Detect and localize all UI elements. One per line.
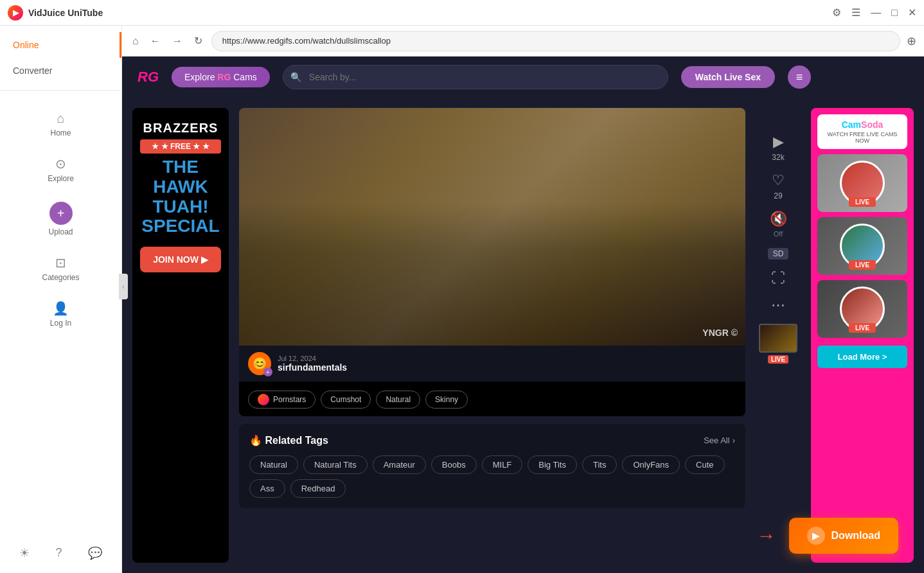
- hamburger-menu-button[interactable]: ≡: [788, 66, 811, 89]
- explore-cams-button[interactable]: Explore RG Cams: [172, 67, 270, 87]
- explore-icon: ⊙: [55, 156, 66, 172]
- window-controls[interactable]: ⚙ ☰ — □ ✕: [832, 6, 916, 19]
- website-content[interactable]: RG Explore RG Cams 🔍 Watch Live Sex ≡ BR…: [122, 57, 924, 573]
- search-input[interactable]: [283, 65, 668, 89]
- minimize-button[interactable]: —: [871, 7, 881, 19]
- sidebar-item-login[interactable]: 👤 Log In: [0, 293, 121, 335]
- thumb-preview-image: [759, 324, 797, 353]
- tag-pill-boobs[interactable]: Boobs: [431, 455, 477, 474]
- sidebar-nav: ⌂ Home ⊙ Explore + Upload ⊡ Categories 👤…: [0, 91, 121, 533]
- video-username[interactable]: sirfundamentals: [278, 362, 736, 373]
- sidebar-tab-converter[interactable]: Converter: [0, 58, 121, 84]
- titlebar: ▶ VidJuice UniTube ⚙ ☰ — □ ✕: [0, 0, 924, 26]
- tag-pill-cute[interactable]: Cute: [685, 455, 724, 474]
- app-layout: Online Converter ⌂ Home ⊙ Explore + Uplo…: [0, 26, 924, 573]
- tag-pill-onlyfans[interactable]: OnlyFans: [622, 455, 680, 474]
- sidebar-item-home[interactable]: ⌂ Home: [0, 103, 121, 145]
- brazzers-ad[interactable]: BRAZZERS ★ ★ FREE ★ ★ THE HAWK TUAH! SPE…: [140, 121, 221, 272]
- main-content: BRAZZERS ★ ★ FREE ★ ★ THE HAWK TUAH! SPE…: [122, 98, 924, 573]
- chat-icon[interactable]: 💬: [88, 546, 102, 560]
- chevron-right-icon: ›: [733, 436, 735, 445]
- sidebar-tools: ☀ ? 💬: [0, 533, 121, 573]
- extension-icon[interactable]: ⊕: [907, 34, 916, 48]
- tag-pornstars[interactable]: Pornstars: [248, 391, 315, 409]
- download-button[interactable]: ▶ Download: [789, 518, 898, 554]
- tag-pill-ass[interactable]: Ass: [249, 479, 285, 498]
- download-overlay: → ▶ Download: [789, 518, 898, 554]
- settings-icon[interactable]: ⚙: [832, 6, 841, 19]
- tag-skinny[interactable]: Skinny: [425, 391, 468, 409]
- tag-skinny-label: Skinny: [435, 395, 458, 404]
- close-button[interactable]: ✕: [908, 6, 916, 19]
- tag-natural-label: Natural: [386, 395, 411, 404]
- login-label: Log In: [50, 319, 71, 328]
- sidebar-tab-online[interactable]: Online: [0, 32, 121, 58]
- video-info-bar: 😊 + Jul 12, 2024 sirfundamentals: [239, 346, 745, 382]
- left-advertisement: BRAZZERS ★ ★ FREE ★ ★ THE HAWK TUAH! SPE…: [132, 108, 229, 563]
- quality-stat[interactable]: SD: [756, 248, 801, 260]
- heart-icon: ♡: [772, 172, 785, 189]
- tag-pill-tits[interactable]: Tits: [582, 455, 617, 474]
- see-all-link[interactable]: See All ›: [704, 436, 735, 445]
- login-icon: 👤: [53, 301, 69, 316]
- views-stat: ▶ 32k: [756, 134, 801, 162]
- home-browser-button[interactable]: ⌂: [130, 33, 141, 49]
- tag-pill-natural[interactable]: Natural: [249, 455, 298, 474]
- likes-stat[interactable]: ♡ 29: [756, 172, 801, 200]
- tag-pill-redhead[interactable]: Redhead: [290, 479, 346, 498]
- tag-pornstars-label: Pornstars: [273, 395, 306, 404]
- free-label: ★ FREE ★: [161, 142, 200, 151]
- tag-pill-milf[interactable]: MILF: [482, 455, 523, 474]
- menu-icon[interactable]: ☰: [851, 6, 860, 19]
- maximize-button[interactable]: □: [891, 7, 898, 19]
- tag-pill-natural-tits[interactable]: Natural Tits: [303, 455, 368, 474]
- cam-item-3[interactable]: LIVE: [817, 280, 907, 338]
- video-date: Jul 12, 2024: [278, 355, 736, 362]
- sidebar-item-categories[interactable]: ⊡ Categories: [0, 247, 121, 290]
- site-header: RG Explore RG Cams 🔍 Watch Live Sex ≡: [122, 57, 924, 98]
- sidebar-collapse-handle[interactable]: ‹: [119, 274, 128, 299]
- brazzers-free: ★ ★ FREE ★ ★: [140, 139, 221, 154]
- right-advertisement[interactable]: CamSoda WATCH FREE LIVE CAMS NOW LIVE: [811, 108, 914, 563]
- headline-3: TUAH!: [140, 197, 221, 217]
- tag-pill-big-tits[interactable]: Big Tits: [528, 455, 577, 474]
- theme-icon[interactable]: ☀: [19, 546, 30, 560]
- video-overlay: [239, 108, 745, 346]
- sound-icon: 🔇: [770, 211, 787, 227]
- video-frame[interactable]: YNGR ©: [239, 108, 745, 346]
- sidebar-tabs: Online Converter: [0, 32, 121, 91]
- refresh-button[interactable]: ↻: [191, 32, 205, 49]
- cam-item-2[interactable]: LIVE: [817, 217, 907, 275]
- watermark-copyright: ©: [731, 328, 738, 338]
- cam-item-1[interactable]: LIVE: [817, 154, 907, 212]
- url-bar[interactable]: [211, 31, 900, 51]
- explore-label: Explore: [48, 174, 74, 183]
- more-stat[interactable]: ⋯: [756, 297, 801, 313]
- help-icon[interactable]: ?: [55, 546, 62, 560]
- download-arrow-icon: →: [757, 525, 776, 547]
- home-icon: ⌂: [57, 111, 64, 126]
- upload-label: Upload: [48, 227, 73, 236]
- forward-button[interactable]: →: [170, 33, 185, 49]
- follow-plus-icon[interactable]: +: [263, 367, 272, 376]
- video-player: YNGR © 😊 + Jul 12, 2024 sirfundam: [239, 108, 745, 416]
- watch-live-button[interactable]: Watch Live Sex: [681, 66, 775, 88]
- video-meta: Jul 12, 2024 sirfundamentals: [278, 355, 736, 373]
- watermark-text: YNGR: [702, 328, 728, 338]
- sidebar-item-explore[interactable]: ⊙ Explore: [0, 148, 121, 191]
- video-thumbnail-preview[interactable]: LIVE: [756, 324, 801, 364]
- sidebar-item-upload[interactable]: + Upload: [0, 194, 121, 244]
- tag-cumshot-label: Cumshot: [330, 395, 361, 404]
- sidebar: Online Converter ⌂ Home ⊙ Explore + Uplo…: [0, 26, 122, 573]
- load-more-button[interactable]: Load More >: [817, 346, 907, 368]
- views-value: 32k: [772, 153, 784, 162]
- sound-stat[interactable]: 🔇 Off: [756, 211, 801, 238]
- back-button[interactable]: ←: [148, 33, 163, 49]
- tag-cumshot[interactable]: Cumshot: [321, 391, 371, 409]
- brazzers-join-button[interactable]: JOIN NOW ▶: [140, 247, 221, 272]
- tag-natural[interactable]: Natural: [376, 391, 420, 409]
- fullscreen-stat[interactable]: ⛶: [756, 270, 801, 286]
- camsoda-subtitle: WATCH FREE LIVE CAMS NOW: [822, 131, 902, 144]
- tag-pill-amateur[interactable]: Amateur: [373, 455, 426, 474]
- search-icon: 🔍: [290, 72, 301, 82]
